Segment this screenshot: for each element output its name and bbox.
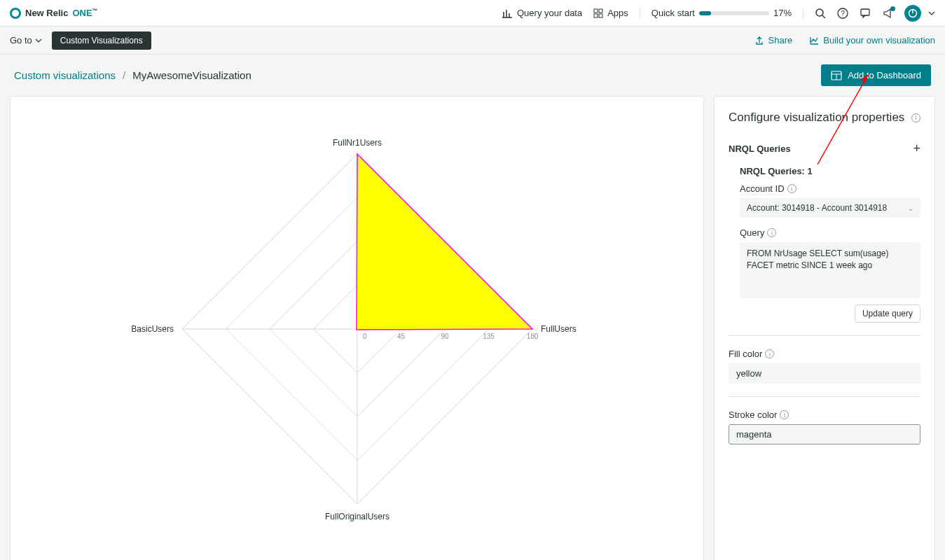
help-icon[interactable]: ? <box>837 8 848 19</box>
quick-start[interactable]: Quick start 17% <box>651 8 792 18</box>
feedback-icon[interactable] <box>860 8 871 19</box>
share-icon <box>754 36 764 46</box>
chart-line-icon <box>809 36 819 46</box>
svg-rect-0 <box>594 9 598 13</box>
share-link[interactable]: Share <box>754 35 793 46</box>
grid-icon <box>593 8 603 18</box>
chevron-down-icon <box>928 11 935 15</box>
brand-suffix: ONE <box>72 8 92 18</box>
chevron-down-icon <box>35 38 42 43</box>
tick-label: 135 <box>483 332 495 340</box>
breadcrumb-root[interactable]: Custom visualizations <box>14 69 116 81</box>
query-data-link[interactable]: Query your data <box>502 8 582 18</box>
dashboard-icon <box>831 71 842 80</box>
stroke-color-input[interactable] <box>729 424 920 444</box>
breadcrumb-current: MyAwesomeVisualization <box>132 69 251 81</box>
svg-text:?: ? <box>841 10 845 18</box>
nrql-section-header: NRQL Queries + <box>729 141 920 156</box>
logo[interactable]: New Relic ONE™ <box>10 8 98 19</box>
config-title: Configure visualization properties i <box>729 111 920 125</box>
info-icon[interactable]: i <box>911 113 920 122</box>
context-badge: Custom Visualizations <box>52 31 151 50</box>
build-viz-link[interactable]: Build your own visualization <box>809 35 935 46</box>
update-query-button[interactable]: Update query <box>855 304 920 323</box>
axis-label: FullOriginalUsers <box>324 512 389 522</box>
query-label: Query i <box>740 227 920 238</box>
stroke-color-label: Stroke color i <box>729 410 920 420</box>
fill-color-input[interactable] <box>729 363 920 384</box>
breadcrumb-row: Custom visualizations / MyAwesomeVisuali… <box>0 55 945 96</box>
svg-line-5 <box>822 15 825 18</box>
svg-rect-3 <box>599 14 602 18</box>
divider <box>803 7 803 20</box>
nrql-count-label: NRQL Queries: 1 <box>740 166 920 176</box>
avatar-icon <box>904 5 921 22</box>
tick-label: 45 <box>396 332 405 340</box>
tick-label: 90 <box>441 332 449 340</box>
announce-icon[interactable] <box>882 8 893 19</box>
svg-rect-8 <box>861 9 869 15</box>
axis-label: FullNr1Users <box>332 138 381 148</box>
radar-data <box>357 154 532 330</box>
info-icon[interactable]: i <box>767 228 776 237</box>
progress-bar <box>699 11 769 15</box>
top-header: New Relic ONE™ Query your data Apps Quic… <box>0 0 945 27</box>
add-to-dashboard-button[interactable]: Add to Dashboard <box>821 64 931 86</box>
brand-name: New Relic <box>25 8 68 18</box>
search-icon[interactable] <box>815 8 826 19</box>
axis-label: FullUsers <box>541 324 577 334</box>
config-panel: Configure visualization properties i NRQ… <box>714 96 935 560</box>
fill-color-label: Fill color i <box>729 349 920 359</box>
sub-header: Go to Custom Visualizations Share Build … <box>0 27 945 55</box>
visualization-panel: 0 45 90 135 180 FullNr1Users FullUsers F… <box>10 96 704 560</box>
divider <box>640 7 640 20</box>
divider <box>729 396 920 397</box>
svg-point-4 <box>816 9 823 16</box>
tick-label: 0 <box>363 332 367 340</box>
svg-rect-2 <box>594 14 598 18</box>
info-icon[interactable]: i <box>780 410 789 419</box>
account-select[interactable]: Account: 3014918 - Account 3014918 ⌄ <box>740 198 920 218</box>
breadcrumb-sep: / <box>123 69 125 81</box>
main-layout: 0 45 90 135 180 FullNr1Users FullUsers F… <box>0 96 945 560</box>
radar-chart: 0 45 90 135 180 FullNr1Users FullUsers F… <box>119 126 595 532</box>
info-icon[interactable]: i <box>765 349 774 358</box>
query-textarea[interactable] <box>740 242 920 298</box>
header-right: Query your data Apps Quick start 17% ? <box>502 5 935 22</box>
axis-label: BasicUsers <box>131 324 174 334</box>
chart-icon <box>502 8 513 18</box>
notification-dot <box>890 6 895 11</box>
goto-menu[interactable]: Go to <box>10 35 42 46</box>
chevron-down-icon: ⌄ <box>908 204 913 212</box>
apps-link[interactable]: Apps <box>593 8 628 18</box>
account-id-label: Account ID i <box>740 183 920 194</box>
divider <box>729 335 920 336</box>
svg-rect-1 <box>599 9 602 13</box>
logo-icon <box>10 8 21 19</box>
info-icon[interactable]: i <box>787 184 796 193</box>
add-query-button[interactable]: + <box>913 141 920 156</box>
progress-pct: 17% <box>773 8 792 18</box>
user-menu[interactable] <box>904 5 935 22</box>
tick-label: 180 <box>526 332 538 340</box>
brand-tm: ™ <box>92 8 98 14</box>
